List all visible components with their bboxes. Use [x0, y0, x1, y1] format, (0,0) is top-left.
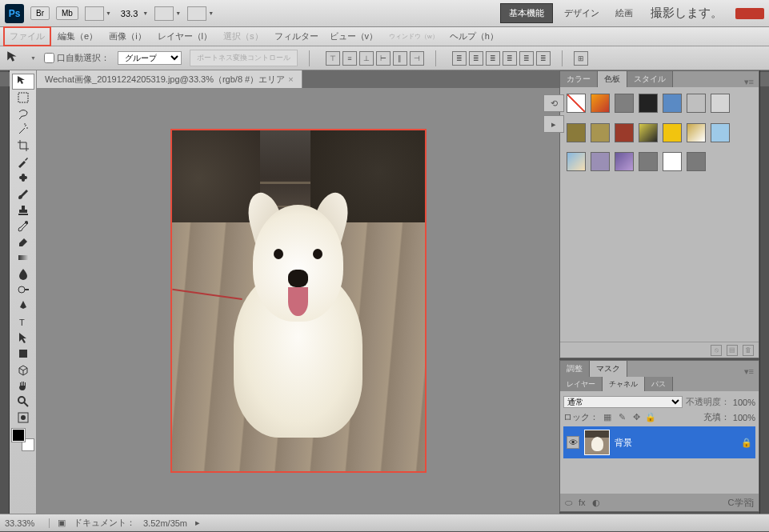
channels-subtab[interactable]: チャネル — [603, 377, 645, 391]
distribute-right-button[interactable]: ≣ — [536, 51, 551, 66]
swatch-15[interactable] — [591, 152, 610, 171]
swatch-1[interactable] — [591, 94, 610, 113]
layer-style-icon[interactable]: fx — [579, 498, 586, 507]
menu-file[interactable]: ファイル — [3, 26, 51, 46]
menu-layer[interactable]: レイヤー（l） — [153, 28, 217, 45]
lock-transparent-icon[interactable]: ▦ — [602, 412, 613, 423]
swatch-19[interactable] — [687, 152, 706, 171]
workspace-essentials-button[interactable]: 基本機能 — [500, 3, 553, 23]
path-select-tool[interactable] — [12, 330, 34, 346]
status-dropdown-icon[interactable]: ▸ — [195, 518, 200, 528]
swatch-8[interactable] — [591, 123, 610, 142]
crop-tool[interactable] — [12, 138, 34, 154]
align-hcenter-button[interactable]: ∥ — [393, 51, 407, 66]
masks-tab[interactable]: マスク — [590, 361, 627, 377]
auto-select-target-select[interactable]: グループ — [118, 51, 182, 65]
lasso-tool[interactable] — [12, 106, 34, 122]
no-color-icon[interactable]: ⦸ — [711, 345, 722, 356]
swatch-14[interactable] — [567, 152, 586, 171]
align-vcenter-button[interactable]: ≡ — [342, 51, 357, 66]
align-top-button[interactable]: ⊤ — [326, 51, 340, 66]
delete-swatch-icon[interactable]: 🗑 — [743, 345, 754, 356]
color-tab[interactable]: カラー — [560, 71, 598, 87]
layer-row-background[interactable]: 👁 背景 🔒 — [563, 426, 755, 458]
history-panel-icon[interactable]: ⟲ — [543, 94, 564, 112]
layers-subtab[interactable]: レイヤー — [560, 377, 603, 391]
fill-value[interactable]: 100% — [733, 413, 755, 422]
swatch-10[interactable] — [639, 123, 658, 142]
swatch-2[interactable] — [615, 94, 634, 113]
swatch-13[interactable] — [711, 123, 730, 142]
menu-filter[interactable]: フィルター — [270, 28, 323, 45]
align-left-button[interactable]: ⊢ — [376, 51, 391, 66]
distribute-vcenter-button[interactable]: ≣ — [469, 51, 483, 66]
align-bottom-button[interactable]: ⊥ — [359, 51, 374, 66]
bridge-button[interactable]: Br — [30, 6, 50, 20]
canvas[interactable] — [37, 88, 559, 514]
zoom-dropdown[interactable]: 33.3 — [118, 9, 148, 18]
swatch-16[interactable] — [615, 152, 634, 171]
layer-thumbnail[interactable] — [584, 430, 610, 455]
stamp-tool[interactable] — [12, 202, 34, 218]
close-tab-icon[interactable]: × — [288, 74, 293, 84]
swatches-tab[interactable]: 色板 — [598, 71, 627, 87]
pen-tool[interactable] — [12, 298, 34, 314]
link-layers-icon[interactable]: ⬭ — [565, 498, 572, 508]
actions-panel-icon[interactable]: ▸ — [543, 115, 564, 133]
document-tab[interactable]: Wechat画像_20191224205319.jpg@33.3%（rgb/8 … — [37, 70, 302, 88]
menu-window[interactable]: ウィンドウ（w） — [384, 30, 443, 43]
menu-view[interactable]: ビュー（v） — [325, 28, 383, 45]
adjustments-tab[interactable]: 調整 — [560, 361, 590, 377]
menu-edit[interactable]: 編集（e） — [53, 28, 102, 45]
workspace-design-label[interactable]: デザイン — [559, 7, 604, 19]
layer-name[interactable]: 背景 — [615, 437, 736, 449]
color-swatches[interactable] — [12, 429, 34, 451]
move-tool[interactable] — [12, 74, 34, 90]
gradient-tool[interactable] — [12, 250, 34, 266]
window-close-icon[interactable] — [735, 8, 764, 19]
dodge-tool[interactable] — [12, 282, 34, 298]
lock-all-icon[interactable]: 🔒 — [645, 412, 656, 423]
eraser-tool[interactable] — [12, 234, 34, 250]
swatch-0[interactable] — [567, 94, 586, 113]
wand-tool[interactable] — [12, 122, 34, 138]
view-extras-dropdown[interactable] — [187, 6, 214, 21]
image-document[interactable] — [170, 129, 427, 473]
arrange-dropdown[interactable] — [154, 6, 181, 21]
lock-position-icon[interactable]: ✥ — [631, 412, 642, 423]
swatch-17[interactable] — [639, 152, 658, 171]
healing-tool[interactable] — [12, 170, 34, 186]
swatch-3[interactable] — [639, 94, 658, 113]
quickmask-tool[interactable] — [12, 410, 34, 426]
swatch-6[interactable] — [711, 94, 730, 113]
panel-menu-icon[interactable]: ▾≡ — [739, 77, 759, 87]
zoom-tool[interactable] — [12, 394, 34, 410]
swatch-11[interactable] — [663, 123, 682, 142]
masks-menu-icon[interactable]: ▾≡ — [739, 366, 759, 377]
eyedropper-tool[interactable] — [12, 154, 34, 170]
menu-image[interactable]: 画像（i） — [104, 28, 150, 45]
styles-tab[interactable]: スタイル — [627, 71, 673, 87]
blend-mode-select[interactable]: 通常 — [563, 396, 683, 408]
3d-tool[interactable] — [12, 362, 34, 378]
status-zoom[interactable]: 33.33% — [5, 518, 50, 528]
auto-align-button[interactable]: ⊞ — [574, 51, 588, 66]
new-swatch-icon[interactable]: ▤ — [727, 345, 738, 356]
swatch-4[interactable] — [663, 94, 682, 113]
shape-tool[interactable] — [12, 346, 34, 362]
brush-tool[interactable] — [12, 186, 34, 202]
opacity-value[interactable]: 100% — [733, 398, 755, 407]
distribute-hcenter-button[interactable]: ≣ — [519, 51, 534, 66]
history-brush-tool[interactable] — [12, 218, 34, 234]
type-tool[interactable]: T — [12, 314, 34, 330]
swatch-12[interactable] — [687, 123, 706, 142]
distribute-left-button[interactable]: ≣ — [503, 51, 517, 66]
screen-mode-dropdown[interactable] — [85, 6, 111, 21]
hand-tool[interactable] — [12, 378, 34, 394]
menu-select[interactable]: 選択（s） — [218, 28, 268, 45]
distribute-bottom-button[interactable]: ≣ — [486, 51, 500, 66]
distribute-top-button[interactable]: ≣ — [452, 51, 467, 66]
visibility-eye-icon[interactable]: 👁 — [567, 436, 579, 449]
layer-mask-icon[interactable]: ◐ — [592, 498, 600, 508]
workspace-painting-label[interactable]: 絵画 — [611, 7, 638, 19]
